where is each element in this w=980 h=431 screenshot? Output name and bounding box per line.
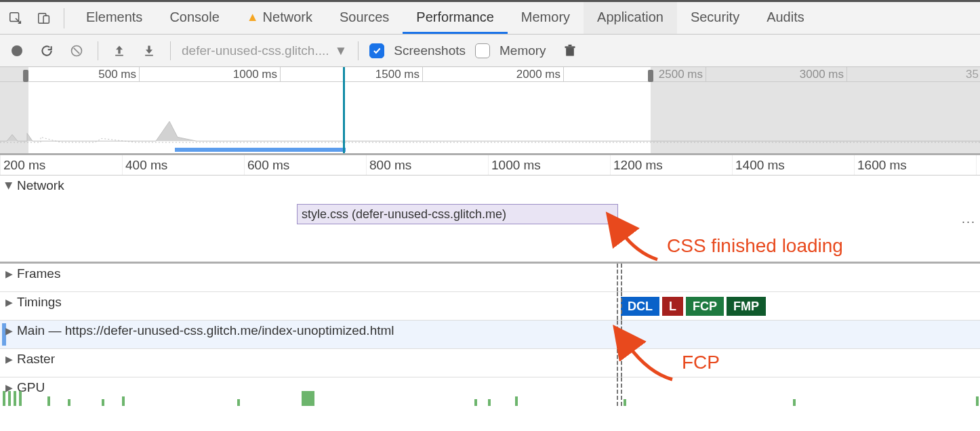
upload-icon[interactable]	[109, 41, 129, 61]
track-timings[interactable]: ▶ Timings DCLLFCPFMP	[0, 292, 980, 321]
gpu-activity	[0, 391, 980, 406]
separator	[64, 8, 64, 28]
track-network[interactable]: ▶ Network style.css (defer-unused-css.gl…	[0, 176, 980, 264]
tab-sources[interactable]: Sources	[326, 2, 403, 34]
warning-icon: ▲	[247, 11, 259, 23]
screenshots-checkbox[interactable]	[369, 43, 384, 58]
timing-badge-fcp[interactable]: FCP	[686, 297, 724, 316]
track-frames[interactable]: ▶ Frames	[0, 264, 980, 292]
request-ttfb-icon	[297, 214, 298, 217]
svg-rect-2	[43, 16, 49, 23]
track-gpu[interactable]: ▶ GPU	[0, 377, 980, 406]
disclosure-icon[interactable]: ▶	[5, 297, 13, 308]
track-label: Main — https://defer-unused-css.glitch.m…	[17, 323, 394, 338]
gpu-tick	[793, 399, 796, 406]
ruler-tick: 1800 ms	[976, 155, 980, 175]
gpu-tick	[47, 396, 50, 406]
ruler-tick: 1200 ms	[610, 155, 663, 175]
track-label: Timings	[17, 295, 62, 310]
ruler-tick: 600 ms	[244, 155, 289, 175]
gpu-tick	[488, 399, 491, 406]
separator	[358, 41, 359, 60]
overview-activity-bar	[175, 148, 346, 152]
tab-network[interactable]: ▲ Network	[233, 2, 326, 34]
overview-flame	[0, 82, 980, 145]
dropdown-text: defer-unused-css.glitch....	[182, 43, 329, 58]
device-toggle-icon[interactable]	[33, 7, 56, 30]
trash-icon[interactable]	[560, 41, 580, 61]
overview-handle-right[interactable]	[648, 70, 653, 82]
overview-timeline[interactable]: 500 ms1000 ms1500 ms2000 ms2500 ms3000 m…	[0, 67, 980, 155]
overflow-icon[interactable]: ...	[962, 211, 976, 226]
inspect-icon[interactable]	[4, 7, 27, 30]
svg-rect-8	[565, 46, 575, 48]
gpu-tick	[515, 396, 518, 406]
track-label: Frames	[17, 266, 60, 281]
timing-badge-fmp[interactable]: FMP	[727, 297, 766, 316]
performance-toolbar: defer-unused-css.glitch.... ▼ Screenshot…	[0, 35, 980, 67]
svg-rect-9	[568, 44, 571, 46]
ruler-tick: 200 ms	[0, 155, 45, 175]
memory-checkbox[interactable]	[475, 43, 490, 58]
panel-tabs: Elements Console ▲ Network Sources Perfo…	[73, 2, 818, 34]
devtools-tabstrip: Elements Console ▲ Network Sources Perfo…	[0, 2, 980, 35]
separator	[98, 41, 98, 60]
ruler-tick: 1000 ms	[488, 155, 541, 175]
svg-rect-5	[115, 54, 123, 56]
tracks-container: ▶ Network style.css (defer-unused-css.gl…	[0, 176, 980, 406]
timing-badge-l[interactable]: L	[662, 297, 683, 316]
record-icon[interactable]	[7, 41, 27, 61]
svg-rect-7	[566, 47, 574, 56]
clear-icon[interactable]	[66, 41, 87, 61]
gpu-tick	[68, 399, 70, 406]
separator	[170, 41, 171, 60]
tab-performance[interactable]: Performance	[403, 2, 508, 34]
ruler-tick: 1600 ms	[854, 155, 907, 175]
tab-elements[interactable]: Elements	[73, 2, 156, 34]
gpu-tick	[624, 399, 626, 406]
overview-cursor[interactable]	[343, 67, 345, 153]
gpu-tick	[312, 391, 314, 406]
ruler-tick: 1400 ms	[732, 155, 785, 175]
disclosure-icon[interactable]: ▶	[5, 325, 13, 336]
gpu-tick	[302, 391, 312, 406]
track-header-main[interactable]: ▶ Main — https://defer-unused-css.glitch…	[0, 321, 980, 341]
svg-point-3	[12, 45, 22, 56]
chevron-down-icon: ▼	[335, 43, 348, 58]
reload-icon[interactable]	[37, 41, 57, 61]
tab-console[interactable]: Console	[156, 2, 232, 34]
svg-rect-6	[145, 54, 153, 56]
detail-ruler[interactable]: 200 ms400 ms600 ms800 ms1000 ms1200 ms14…	[0, 155, 980, 176]
disclosure-icon[interactable]: ▶	[5, 268, 13, 279]
overview-handle-left[interactable]	[23, 70, 28, 82]
network-request-label: style.css (defer-unused-css.glitch.me)	[302, 207, 506, 222]
tab-audits[interactable]: Audits	[753, 2, 818, 34]
track-raster[interactable]: ▶ Raster	[0, 349, 980, 377]
screenshots-label: Screenshots	[394, 43, 466, 58]
download-icon[interactable]	[139, 41, 159, 61]
timing-badges: DCLLFCPFMP	[621, 297, 766, 316]
track-header-timings[interactable]: ▶ Timings	[0, 292, 980, 312]
gpu-tick	[122, 396, 125, 406]
gpu-tick	[474, 399, 477, 406]
recording-dropdown[interactable]: defer-unused-css.glitch.... ▼	[182, 43, 347, 58]
gpu-tick	[976, 396, 979, 406]
tab-memory[interactable]: Memory	[508, 2, 584, 34]
disclosure-icon[interactable]: ▶	[4, 182, 15, 190]
gpu-hatch	[3, 391, 23, 406]
track-header-network[interactable]: ▶ Network	[0, 176, 980, 196]
tab-application[interactable]: Application	[584, 2, 677, 34]
gpu-tick	[237, 399, 240, 406]
ruler-tick: 400 ms	[122, 155, 167, 175]
track-header-frames[interactable]: ▶ Frames	[0, 264, 980, 284]
disclosure-icon[interactable]: ▶	[5, 354, 13, 365]
tab-security[interactable]: Security	[677, 2, 753, 34]
track-header-raster[interactable]: ▶ Raster	[0, 349, 980, 369]
track-label: Raster	[17, 352, 55, 367]
ruler-tick: 800 ms	[366, 155, 411, 175]
timing-badge-dcl[interactable]: DCL	[621, 297, 659, 316]
gpu-tick	[102, 399, 104, 406]
memory-label: Memory	[499, 43, 546, 58]
track-main[interactable]: ▶ Main — https://defer-unused-css.glitch…	[0, 321, 980, 349]
network-request-bar[interactable]: style.css (defer-unused-css.glitch.me)	[297, 204, 618, 224]
